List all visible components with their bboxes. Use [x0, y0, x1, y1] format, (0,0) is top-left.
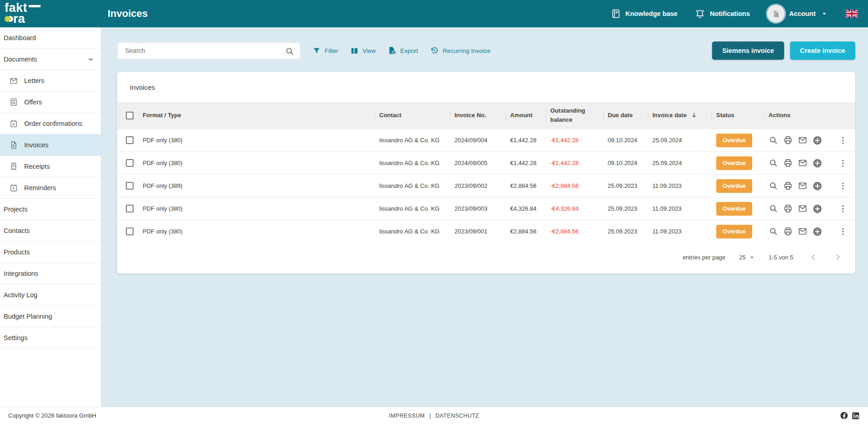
view-button[interactable]: View	[350, 47, 376, 55]
footer-link-separator: |	[429, 413, 431, 419]
add-payment-icon[interactable]	[812, 204, 822, 214]
more-actions-icon[interactable]	[838, 204, 847, 213]
email-icon[interactable]	[798, 181, 807, 191]
account-menu[interactable]: Account	[767, 5, 828, 22]
column-header-format-type[interactable]: Format / Type	[143, 108, 375, 123]
column-header-due-date[interactable]: Due date	[603, 108, 648, 123]
search-input[interactable]	[118, 43, 300, 59]
column-header-contact[interactable]: Contact	[375, 108, 450, 123]
datenschutz-link[interactable]: DATENSCHUTZ	[435, 413, 479, 419]
logo-dash	[29, 5, 41, 7]
recurring-invoice-button[interactable]: Recurring Invoice	[430, 46, 491, 55]
add-payment-icon[interactable]	[812, 135, 822, 145]
card-title: Invoices	[117, 72, 855, 102]
table-row[interactable]: PDF only (380) lissandro AG & Co. KG 202…	[117, 197, 855, 220]
contact-cell: lissandro AG & Co. KG	[375, 137, 450, 144]
row-checkbox[interactable]	[126, 205, 134, 212]
format-type-cell: PDF only (380)	[143, 160, 375, 166]
search-icon[interactable]	[285, 47, 294, 56]
row-checkbox[interactable]	[126, 159, 134, 167]
sidebar-item-letters[interactable]: Letters	[0, 70, 101, 92]
sidebar-item-dashboard[interactable]: Dashboard	[0, 27, 101, 49]
preview-icon[interactable]	[769, 227, 778, 236]
column-header-outstanding-balance[interactable]: Outstanding balance	[546, 103, 603, 127]
print-icon[interactable]	[783, 181, 793, 191]
preview-icon[interactable]	[769, 204, 778, 213]
receipt-icon	[9, 162, 18, 171]
preview-icon[interactable]	[769, 181, 778, 191]
sidebar-item-invoices[interactable]: Invoices	[0, 134, 101, 156]
sidebar-item-projects[interactable]: Projects	[0, 199, 101, 220]
notifications-button[interactable]: Notifications	[695, 9, 750, 19]
filter-button[interactable]: Filter	[312, 47, 338, 55]
page-size-select[interactable]: 25	[739, 254, 754, 261]
sidebar-item-products[interactable]: Products	[0, 242, 101, 263]
next-page-button[interactable]	[833, 253, 842, 262]
table-row[interactable]: PDF only (380) lissandro AG & Co. KG 202…	[117, 129, 855, 151]
email-icon[interactable]	[798, 158, 807, 168]
table-row[interactable]: PDF only (380) lissandro AG & Co. KG 202…	[117, 220, 855, 243]
preview-icon[interactable]	[769, 135, 778, 145]
email-icon[interactable]	[798, 135, 807, 145]
select-all-checkbox[interactable]	[126, 112, 134, 119]
status-badge: Overdue	[716, 202, 752, 216]
more-actions-icon[interactable]	[838, 159, 847, 168]
email-icon[interactable]	[798, 227, 807, 236]
previous-page-button[interactable]	[809, 253, 818, 262]
row-checkbox[interactable]	[126, 136, 134, 144]
create-invoice-button[interactable]: Create invoice	[790, 41, 855, 60]
sidebar-item-reminders[interactable]: Reminders	[0, 177, 101, 199]
add-payment-icon[interactable]	[812, 227, 822, 237]
status-badge: Overdue	[716, 156, 752, 170]
sort-descending-icon[interactable]	[690, 111, 698, 119]
outstanding-balance-cell: -€1,442.28	[546, 137, 603, 144]
app-footer: Copyright © 2026 faktoora GmbH IMPRESSUM…	[0, 407, 868, 424]
facebook-icon[interactable]	[840, 411, 848, 420]
page-title: Invoices	[108, 8, 148, 20]
preview-icon[interactable]	[769, 158, 778, 168]
add-payment-icon[interactable]	[812, 158, 822, 168]
sidebar-item-documents[interactable]: Documents	[0, 49, 101, 70]
row-checkbox[interactable]	[126, 182, 134, 190]
add-payment-icon[interactable]	[812, 181, 822, 191]
sidebar-item-integrations[interactable]: Integrations	[0, 263, 101, 284]
logo-ring-yellow-icon	[5, 16, 10, 22]
sidebar-item-contacts[interactable]: Contacts	[0, 220, 101, 242]
export-button[interactable]: Export	[388, 46, 418, 55]
impressum-link[interactable]: IMPRESSUM	[389, 413, 424, 419]
invoice-date-cell: 11.09.2023	[648, 205, 712, 212]
sidebar-item-offers[interactable]: Offers	[0, 92, 101, 113]
sidebar-item-order-confirmations[interactable]: Order confirmations	[0, 113, 101, 134]
table-row[interactable]: PDF only (380) lissandro AG & Co. KG 202…	[117, 151, 855, 174]
linkedin-icon[interactable]	[852, 412, 860, 420]
column-header-status[interactable]: Status	[712, 108, 764, 123]
siemens-invoice-button[interactable]: Siemens invoice	[712, 41, 784, 60]
filter-icon	[312, 47, 321, 55]
column-header-invoice-no[interactable]: Invoice No.	[450, 108, 506, 123]
invoice-date-cell: 25.09.2024	[648, 160, 712, 166]
print-icon[interactable]	[783, 135, 793, 145]
row-checkbox[interactable]	[126, 228, 134, 235]
table-row[interactable]: PDF only (389) lissandro AG & Co. KG 202…	[117, 174, 855, 197]
print-icon[interactable]	[783, 227, 793, 236]
more-actions-icon[interactable]	[838, 227, 847, 236]
knowledge-base-button[interactable]: Knowledge base	[611, 9, 677, 19]
print-icon[interactable]	[783, 158, 793, 168]
language-flag-uk-icon[interactable]	[846, 10, 858, 18]
column-header-invoice-date[interactable]: Invoice date	[648, 108, 712, 123]
print-icon[interactable]	[783, 204, 793, 213]
sidebar-item-activity-log[interactable]: Activity Log	[0, 284, 101, 306]
more-actions-icon[interactable]	[838, 181, 847, 191]
sidebar-item-receipts[interactable]: Receipts	[0, 156, 101, 177]
app-header: fakt ra Invoices Knowledge base Notifica…	[0, 0, 868, 27]
sidebar-item-budget-planning[interactable]: Budget Planning	[0, 306, 101, 327]
email-icon[interactable]	[798, 204, 807, 213]
sidebar-item-settings[interactable]: Settings	[0, 327, 101, 349]
faktoora-logo[interactable]: fakt ra	[5, 2, 96, 25]
more-actions-icon[interactable]	[838, 136, 847, 145]
recurring-history-icon	[430, 46, 439, 55]
export-icon	[388, 46, 397, 55]
due-date-cell: 09.10.2024	[603, 160, 648, 166]
column-header-amount[interactable]: Amount	[506, 108, 546, 123]
sidebar: Dashboard Documents Letters Offers Order…	[0, 27, 101, 407]
